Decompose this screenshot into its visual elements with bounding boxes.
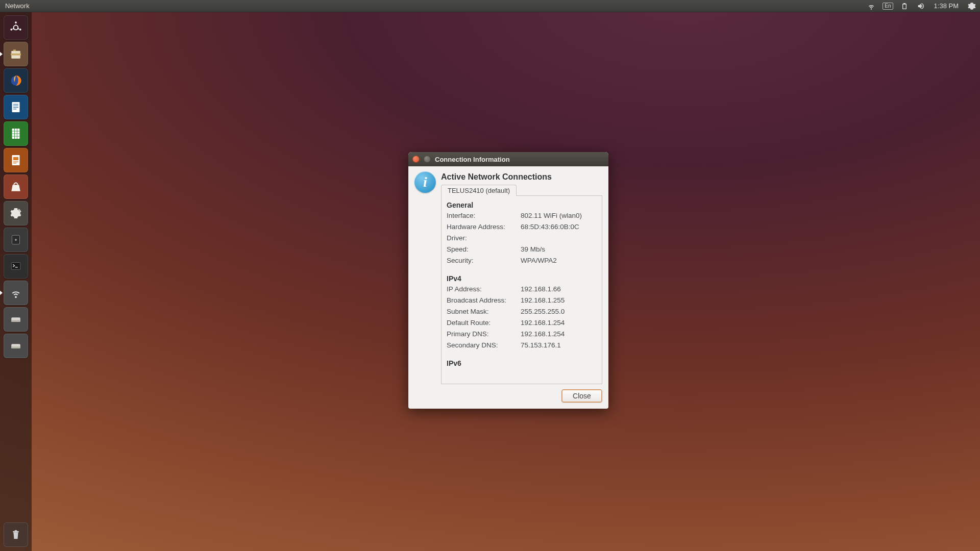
launcher-drive-icon[interactable] (4, 307, 28, 332)
svg-point-1 (15, 21, 17, 23)
value-speed: 39 Mb/s (521, 244, 597, 255)
close-button[interactable]: Close (561, 389, 602, 403)
label-subnet: Subnet Mask: (447, 306, 521, 317)
label-speed: Speed: (447, 244, 521, 255)
top-menubar: Network En 1:38 PM (0, 0, 980, 12)
launcher-network-icon[interactable] (4, 281, 28, 305)
label-driver: Driver: (447, 233, 521, 244)
svg-rect-15 (13, 157, 18, 160)
active-app-title: Network (5, 2, 30, 10)
value-dns2: 75.153.176.1 (521, 340, 597, 351)
launcher-impress-icon[interactable] (4, 148, 28, 172)
svg-rect-26 (13, 531, 19, 532)
keyboard-lang-indicator[interactable]: En (883, 3, 893, 10)
value-route: 192.168.1.254 (521, 317, 597, 329)
launcher-backup-icon[interactable] (4, 228, 28, 252)
sound-indicator-icon[interactable] (913, 0, 929, 12)
label-route: Default Route: (447, 317, 521, 329)
dialog-window-title: Connection Information (435, 156, 510, 163)
launcher-dash-icon[interactable] (4, 15, 28, 40)
label-ip: IP Address: (447, 284, 521, 295)
launcher-settings-icon[interactable] (4, 201, 28, 226)
section-ipv4-title: IPv4 (447, 274, 597, 283)
svg-rect-20 (11, 263, 20, 270)
svg-point-3 (10, 29, 12, 31)
svg-rect-9 (13, 104, 18, 105)
value-dns1: 192.168.1.254 (521, 329, 597, 340)
svg-rect-25 (11, 346, 20, 348)
launcher-drive2-icon[interactable] (4, 334, 28, 358)
connection-info-dialog: Connection Information i Active Network … (408, 152, 608, 409)
connection-tab-panel: General Interface:802.11 WiFi (wlan0) Ha… (441, 195, 602, 384)
label-security: Security: (447, 255, 521, 266)
svg-rect-11 (13, 107, 18, 108)
svg-rect-21 (15, 267, 18, 267)
svg-rect-6 (13, 49, 16, 51)
value-interface: 802.11 WiFi (wlan0) (521, 210, 597, 221)
connection-tab[interactable]: TELUS2410 (default) (441, 185, 517, 196)
label-dns1: Primary DNS: (447, 329, 521, 340)
dialog-titlebar[interactable]: Connection Information (408, 152, 608, 166)
window-close-icon[interactable] (412, 156, 420, 163)
svg-rect-23 (11, 320, 20, 322)
label-interface: Interface: (447, 210, 521, 221)
svg-point-2 (19, 29, 21, 31)
section-ipv6-title: IPv6 (447, 359, 597, 367)
clock-indicator[interactable]: 1:38 PM (929, 0, 964, 12)
launcher-writer-icon[interactable] (4, 95, 28, 119)
value-subnet: 255.255.255.0 (521, 306, 597, 317)
launcher-terminal-icon[interactable] (4, 254, 28, 279)
launcher-files-icon[interactable] (4, 42, 28, 66)
launcher-trash-icon[interactable] (4, 522, 28, 547)
svg-rect-10 (13, 106, 18, 106)
battery-indicator-icon[interactable] (896, 0, 913, 12)
value-ip: 192.168.1.66 (521, 284, 597, 295)
dialog-heading: Active Network Connections (441, 171, 602, 182)
value-broadcast: 192.168.1.255 (521, 295, 597, 306)
label-dns2: Secondary DNS: (447, 340, 521, 351)
session-gear-icon[interactable] (964, 0, 980, 12)
svg-point-0 (14, 26, 18, 30)
value-security: WPA/WPA2 (521, 255, 597, 266)
value-driver (521, 233, 597, 244)
label-broadcast: Broadcast Address: (447, 295, 521, 306)
wifi-indicator-icon[interactable] (863, 0, 879, 12)
svg-rect-16 (13, 162, 18, 162)
window-minimize-icon[interactable] (424, 156, 431, 163)
label-hwaddr: Hardware Address: (447, 221, 521, 233)
svg-rect-5 (11, 54, 21, 56)
value-hwaddr: 68:5D:43:66:0B:0C (521, 221, 597, 233)
info-icon: i (414, 171, 436, 193)
launcher-software-center-icon[interactable] (4, 174, 28, 199)
launcher-calc-icon[interactable] (4, 121, 28, 146)
svg-rect-27 (15, 530, 17, 531)
section-general-title: General (447, 201, 597, 209)
unity-launcher (0, 12, 32, 551)
launcher-firefox-icon[interactable] (4, 68, 28, 93)
svg-rect-12 (13, 109, 16, 109)
svg-rect-17 (13, 163, 16, 163)
svg-point-19 (15, 239, 17, 241)
